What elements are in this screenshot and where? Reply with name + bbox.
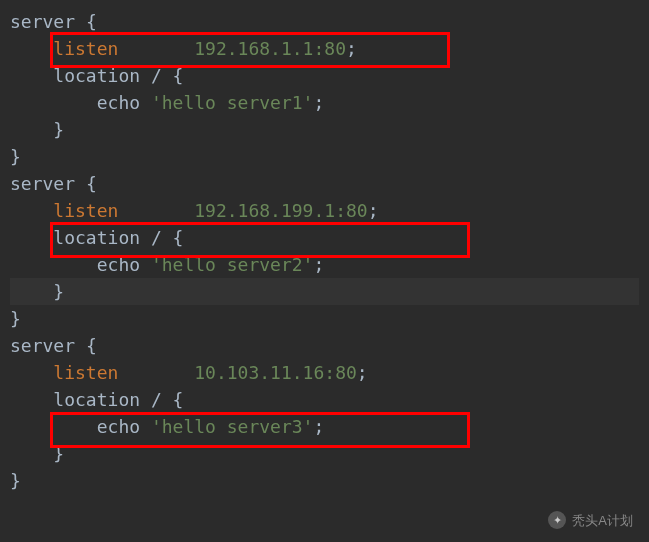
code-line: echo 'hello server3'; bbox=[10, 413, 639, 440]
keyword-server: server bbox=[10, 11, 75, 32]
semicolon: ; bbox=[346, 38, 357, 59]
keyword-listen: listen bbox=[53, 362, 118, 383]
keyword-listen: listen bbox=[53, 38, 118, 59]
wechat-icon: ✦ bbox=[548, 511, 566, 529]
location-path: / bbox=[151, 389, 162, 410]
watermark-text: 秃头A计划 bbox=[572, 511, 633, 531]
semicolon: ; bbox=[313, 254, 324, 275]
code-line: echo 'hello server1'; bbox=[10, 89, 639, 116]
code-line: } bbox=[10, 440, 639, 467]
brace-open: { bbox=[86, 173, 97, 194]
listen-address: 192.168.1.1:80 bbox=[194, 38, 346, 59]
keyword-location: location bbox=[53, 389, 140, 410]
keyword-server: server bbox=[10, 335, 75, 356]
keyword-listen: listen bbox=[53, 200, 118, 221]
code-line: listen 192.168.199.1:80; bbox=[10, 197, 639, 224]
semicolon: ; bbox=[313, 92, 324, 113]
code-editor: server { listen 192.168.1.1:80; location… bbox=[0, 0, 649, 502]
echo-string: 'hello server1' bbox=[151, 92, 314, 113]
code-line: } bbox=[10, 116, 639, 143]
code-line: location / { bbox=[10, 386, 639, 413]
keyword-server: server bbox=[10, 173, 75, 194]
keyword-location: location bbox=[53, 65, 140, 86]
echo-string: 'hello server3' bbox=[151, 416, 314, 437]
watermark: ✦ 秃头A计划 bbox=[548, 511, 633, 531]
location-path: / bbox=[151, 227, 162, 248]
brace-open: { bbox=[173, 389, 184, 410]
brace-close: } bbox=[10, 470, 21, 491]
brace-close: } bbox=[10, 146, 21, 167]
code-line: server { bbox=[10, 332, 639, 359]
brace-open: { bbox=[86, 335, 97, 356]
semicolon: ; bbox=[368, 200, 379, 221]
keyword-echo: echo bbox=[97, 92, 140, 113]
brace-close: } bbox=[53, 119, 64, 140]
code-line: } bbox=[10, 278, 639, 305]
code-line: server { bbox=[10, 8, 639, 35]
code-line: } bbox=[10, 305, 639, 332]
brace-close: } bbox=[53, 443, 64, 464]
listen-address: 10.103.11.16:80 bbox=[194, 362, 357, 383]
code-line: } bbox=[10, 467, 639, 494]
brace-close: } bbox=[53, 281, 64, 302]
semicolon: ; bbox=[357, 362, 368, 383]
location-path: / bbox=[151, 65, 162, 86]
brace-close: } bbox=[10, 308, 21, 329]
semicolon: ; bbox=[313, 416, 324, 437]
listen-address: 192.168.199.1:80 bbox=[194, 200, 367, 221]
echo-string: 'hello server2' bbox=[151, 254, 314, 275]
brace-open: { bbox=[86, 11, 97, 32]
brace-open: { bbox=[173, 65, 184, 86]
code-line: location / { bbox=[10, 224, 639, 251]
code-line: listen 10.103.11.16:80; bbox=[10, 359, 639, 386]
keyword-location: location bbox=[53, 227, 140, 248]
code-line: } bbox=[10, 143, 639, 170]
code-line: location / { bbox=[10, 62, 639, 89]
keyword-echo: echo bbox=[97, 254, 140, 275]
code-line: echo 'hello server2'; bbox=[10, 251, 639, 278]
code-line: server { bbox=[10, 170, 639, 197]
keyword-echo: echo bbox=[97, 416, 140, 437]
brace-open: { bbox=[173, 227, 184, 248]
code-line: listen 192.168.1.1:80; bbox=[10, 35, 639, 62]
